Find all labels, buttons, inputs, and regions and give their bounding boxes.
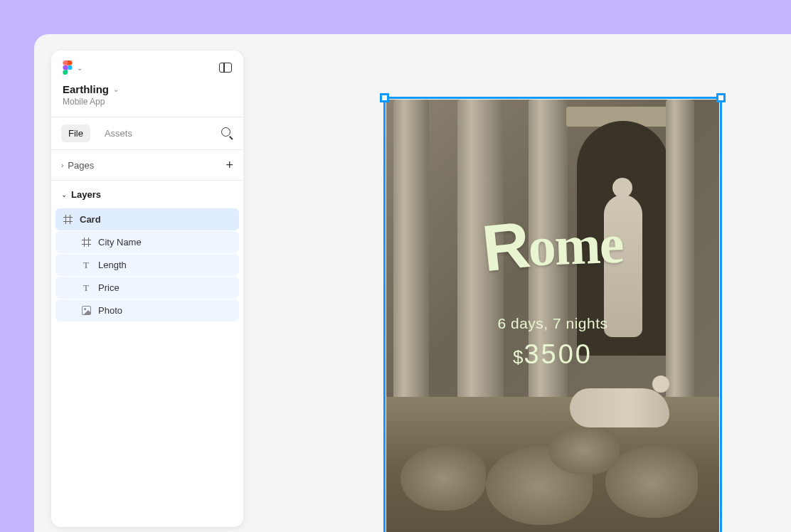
chevron-right-icon: › (61, 161, 63, 169)
figma-menu-button[interactable]: ⌄ (63, 60, 83, 75)
figma-logo-icon (63, 60, 73, 75)
left-sidebar: ⌄ Earthling ⌄ Mobile App File Assets › P… (51, 50, 243, 527)
frame-icon (81, 238, 91, 248)
layer-item-photo[interactable]: Photo (55, 299, 239, 321)
text-icon: T (81, 283, 91, 293)
project-subtitle: Mobile App (63, 97, 232, 107)
layer-item-city-name[interactable]: City Name (55, 231, 239, 253)
chevron-down-icon: ⌄ (61, 191, 67, 198)
pages-label: Pages (68, 160, 221, 171)
layers-section-header[interactable]: ⌄ Layers (51, 181, 243, 208)
image-icon (81, 306, 91, 316)
layer-item-length[interactable]: T Length (55, 254, 239, 276)
layer-label: Price (98, 282, 120, 293)
layer-label: Card (80, 214, 101, 225)
layer-label: Photo (98, 305, 122, 316)
frame-icon (63, 215, 73, 225)
panel-toggle-button[interactable] (219, 63, 232, 73)
layer-item-card[interactable]: Card (55, 208, 239, 230)
tab-assets[interactable]: Assets (97, 124, 139, 142)
length-text[interactable]: 6 days, 7 nights (497, 315, 607, 332)
layer-item-price[interactable]: T Price (55, 277, 239, 299)
svg-point-0 (68, 65, 73, 70)
layer-label: City Name (98, 237, 142, 248)
project-title: Earthling (63, 83, 109, 95)
card-frame[interactable]: Rome 6 days, 7 nights $3500 (386, 100, 719, 532)
price-text[interactable]: $3500 (513, 339, 593, 370)
city-name-text[interactable]: Rome (482, 203, 625, 282)
tab-file[interactable]: File (61, 124, 90, 142)
text-icon: T (81, 260, 91, 270)
chevron-down-icon: ⌄ (113, 85, 119, 93)
add-page-button[interactable]: + (225, 159, 233, 171)
layer-list: Card City Name T Length T Price Photo (51, 208, 243, 321)
card-text-overlay: Rome 6 days, 7 nights $3500 (386, 100, 719, 532)
layer-label: Length (98, 260, 127, 270)
project-title-dropdown[interactable]: Earthling ⌄ (63, 83, 232, 95)
search-icon[interactable] (221, 127, 233, 139)
chevron-down-icon: ⌄ (77, 64, 83, 72)
layers-label: Layers (71, 189, 101, 200)
pages-section-header[interactable]: › Pages + (51, 150, 243, 180)
